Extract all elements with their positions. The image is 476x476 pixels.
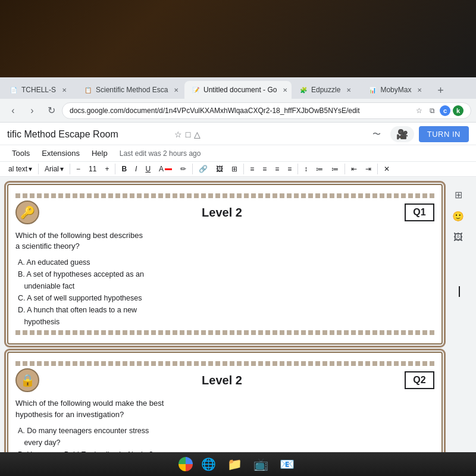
tab-3-label: Untitled document - Go [203,86,277,94]
tab-1-label: TCHELL-S [21,86,56,94]
align-center[interactable]: ≡ [259,163,270,175]
style-selector[interactable]: al text ▾ [5,163,36,175]
font-size-value[interactable]: 11 [85,163,100,175]
toolbar-sep-2 [70,164,70,174]
card-header-2: 🔒 Level 2 Q2 [15,368,434,392]
tab-1-close[interactable]: ✕ [60,85,69,95]
google-icon[interactable] [178,457,193,471]
card-level-2: Level 2 [46,374,397,387]
tab-5[interactable]: 📊 MobyMax ✕ [361,81,431,99]
taskbar: 🌐 📁 📺 📧 [0,452,476,476]
menu-tools[interactable]: Tools [7,146,35,160]
menu-extensions[interactable]: Extensions [37,146,84,160]
text-cursor [459,286,460,297]
align-justify[interactable]: ≡ [284,163,295,175]
docs-header: tific Method Escape Room ☆ □ △ 〜 🎥 TURN … [0,123,476,145]
tab-3-favicon: 📝 [192,86,200,94]
bookmark-icon[interactable]: ☆ [414,105,424,116]
new-tab-button[interactable]: + [432,82,449,99]
indent-increase[interactable]: ⇥ [362,163,375,175]
toolbar-sep-1 [38,164,39,174]
text-color-button[interactable]: A [155,163,176,175]
extensions-icon[interactable]: ⧉ [427,105,437,116]
move-to-drive-icon[interactable]: □ [186,130,190,139]
font-dropdown-icon: ▾ [60,165,64,173]
menu-help[interactable]: Help [87,146,112,160]
card-q-box-2: Q2 [405,371,434,389]
docs-title: tific Method Escape Room [7,129,170,140]
align-left[interactable]: ≡ [246,163,258,175]
refresh-button[interactable]: ↻ [43,102,60,119]
chain-top-2 [15,361,434,366]
tab-5-close[interactable]: ✕ [415,85,424,95]
card-question-1: Which of the following best describesa s… [15,230,434,252]
tab-4[interactable]: 🧩 Edpuzzle ✕ [292,81,361,99]
last-edit-text: Last edit was 2 hours ago [120,149,201,158]
profile-icon[interactable]: k [453,105,464,116]
chain-bottom-1 [15,330,434,335]
cloud-save-icon[interactable]: △ [194,130,201,139]
image-button[interactable]: 🖼 [212,163,227,175]
address-text: docs.google.com/document/d/1n4VPcVulKXAM… [70,107,414,115]
font-size-decrease[interactable]: − [73,163,84,175]
option-1d: D. A hunch that often leads to a new hyp… [15,304,434,328]
star-icon[interactable]: ☆ [174,130,182,139]
back-button[interactable]: ‹ [5,102,21,119]
taskbar-chrome[interactable]: 🌐 [198,453,219,475]
background-photo [0,0,476,83]
sidebar-add-button[interactable]: ⊞ [450,186,466,203]
toolbar-sep-4 [192,164,193,174]
sidebar-emoji-button[interactable]: 🙂 [450,208,466,224]
tab-5-favicon: 📊 [368,86,377,94]
italic-button[interactable]: I [131,163,140,175]
highlight-button[interactable]: ✏ [177,163,190,175]
option-1a: A. An educated guess [15,256,434,268]
line-spacing[interactable]: ↕ [300,163,311,175]
tab-3-close[interactable]: ✕ [280,85,290,95]
docs-toolbar: al text ▾ Arial ▾ − 11 + B I U A ✏ 🔗 🖼 [0,162,476,177]
sidebar-image-button[interactable]: 🖼 [450,229,466,246]
font-selector[interactable]: Arial ▾ [41,163,67,175]
tab-5-label: MobyMax [380,86,411,94]
tab-4-favicon: 🧩 [299,86,308,94]
tab-2-favicon: 📋 [84,86,92,94]
card-question-2: Which of the following would make the be… [15,398,434,419]
taskbar-app2[interactable]: 📧 [276,453,298,475]
turn-in-button[interactable]: TURN IN [419,126,469,142]
cursor-area [450,286,469,297]
numbered-list[interactable]: ≔ [328,163,342,175]
underline-button[interactable]: U [142,163,154,175]
tab-3[interactable]: 📝 Untitled document - Go ✕ [184,81,292,99]
activity-icon[interactable]: 〜 [372,129,381,140]
toolbar-sep-8 [377,164,378,174]
table-button[interactable]: ⊞ [228,163,241,175]
docs-frame: tific Method Escape Room ☆ □ △ 〜 🎥 TURN … [0,123,476,476]
right-sidebar: ⊞ 🙂 🖼 [450,184,469,469]
meet-button[interactable]: 🎥 [390,126,414,142]
address-bar[interactable]: docs.google.com/document/d/1n4VPcVulKXAM… [62,102,471,119]
list-button[interactable]: ≔ [312,163,327,175]
forward-button[interactable]: › [24,102,40,119]
tab-2[interactable]: 📋 Scientific Method Esca ✕ [77,81,184,99]
taskbar-files[interactable]: 📁 [224,453,245,475]
clear-format[interactable]: ✕ [380,163,393,175]
account-icon[interactable]: c [440,105,450,116]
tab-1-favicon: 📄 [10,86,18,94]
chain-top-1 [15,193,434,198]
taskbar-app1[interactable]: 📺 [250,453,271,475]
tab-4-label: Edpuzzle [311,86,340,94]
address-bar-row: ‹ › ↻ docs.google.com/document/d/1n4VPcV… [0,99,476,123]
tab-2-close[interactable]: ✕ [171,85,181,95]
link-button[interactable]: 🔗 [195,163,211,175]
tab-1[interactable]: 📄 TCHELL-S ✕ [2,81,76,99]
browser-frame: 📄 TCHELL-S ✕ 📋 Scientific Method Esca ✕ … [0,77,476,476]
align-right[interactable]: ≡ [271,163,283,175]
tab-4-close[interactable]: ✕ [344,85,353,95]
bold-button[interactable]: B [118,163,130,175]
doc-content: 🔑 Level 2 Q1 Which of the following best… [0,177,476,476]
doc-page: 🔑 Level 2 Q1 Which of the following best… [7,184,443,469]
font-size-increase[interactable]: + [101,163,112,175]
style-dropdown-icon: ▾ [29,165,32,173]
card-options-1: A. An educated guess B. A set of hypothe… [15,256,434,328]
indent-decrease[interactable]: ⇤ [347,163,361,175]
